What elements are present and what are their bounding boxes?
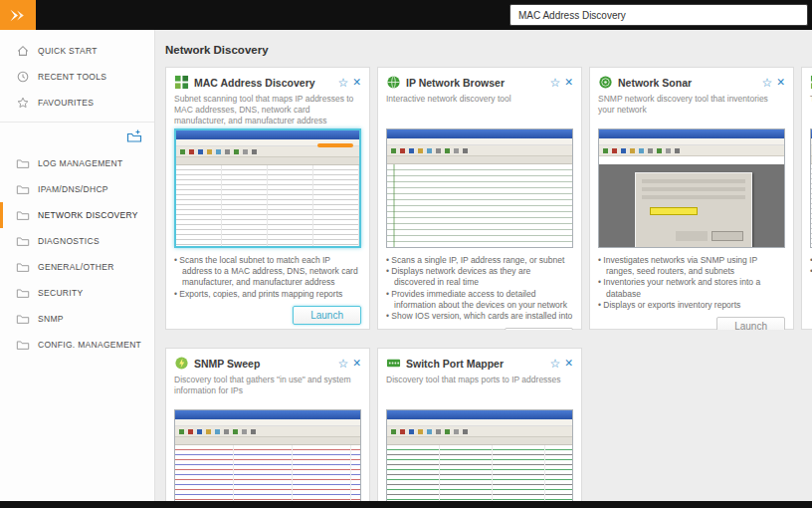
sidebar-item-label: RECENT TOOLS bbox=[38, 72, 106, 82]
sidebar-item-network-discovery[interactable]: NETWORK DISCOVERY bbox=[0, 202, 154, 228]
sidebar-item-label: FAVOURITES bbox=[38, 98, 94, 108]
bullet-item: Investigates networks via SNMP using IP … bbox=[598, 255, 785, 277]
sidebar-item-label: DIAGNOSTICS bbox=[38, 236, 100, 246]
sidebar-item-favourites[interactable]: FAVOURITES bbox=[0, 90, 154, 116]
tool-card-mac-address-discovery: MAC Address Discovery ☆ ✕ Subnet scannin… bbox=[165, 67, 370, 330]
bullet-item: Scans the local subnet to match each IP … bbox=[174, 255, 361, 289]
tool-card-partial: ☆ ✕ Too use Scan Exp deli gen Launch bbox=[801, 67, 812, 330]
tool-screenshot[interactable] bbox=[174, 409, 361, 501]
tool-description: SNMP network discovery tool that invento… bbox=[598, 94, 785, 127]
sidebar-item-label: SNMP bbox=[38, 314, 64, 324]
folder-icon bbox=[16, 260, 30, 274]
star-icon bbox=[16, 96, 30, 110]
close-icon[interactable]: ✕ bbox=[564, 77, 573, 88]
tool-title: Network Sonar bbox=[618, 77, 756, 89]
bullet-item: Show IOS version, which cards are instal… bbox=[386, 311, 573, 322]
ip-network-browser-tool-icon bbox=[386, 75, 401, 90]
sidebar-item-config-management[interactable]: CONFIG. MANAGEMENT bbox=[0, 332, 154, 358]
card-row-2: SNMP Sweep ☆ ✕ Discovery tool that gathe… bbox=[165, 348, 812, 501]
tool-description: Discovery tool that maps ports to IP add… bbox=[386, 375, 573, 407]
sidebar-item-diagnostics[interactable]: DIAGNOSTICS bbox=[0, 228, 154, 254]
card-row-1: MAC Address Discovery ☆ ✕ Subnet scannin… bbox=[165, 67, 812, 330]
add-folder-icon[interactable] bbox=[126, 128, 142, 144]
tool-screenshot[interactable] bbox=[386, 128, 573, 248]
tool-card-snmp-sweep: SNMP Sweep ☆ ✕ Discovery tool that gathe… bbox=[165, 348, 370, 501]
tool-card-switch-port-mapper: Switch Port Mapper ☆ ✕ Discovery tool th… bbox=[377, 348, 582, 501]
sidebar-item-label: CONFIG. MANAGEMENT bbox=[38, 340, 141, 350]
sidebar: QUICK START RECENT TOOLS FAVOURITES LOG … bbox=[0, 30, 155, 501]
launch-button[interactable]: Launch bbox=[293, 306, 361, 325]
sidebar-item-recent-tools[interactable]: RECENT TOOLS bbox=[0, 64, 154, 90]
favorite-star-icon[interactable]: ☆ bbox=[549, 77, 560, 89]
switch-port-mapper-tool-icon bbox=[386, 356, 401, 371]
page-title: Network Discovery bbox=[165, 44, 812, 56]
tool-screenshot[interactable] bbox=[386, 409, 573, 501]
search-input[interactable] bbox=[509, 4, 808, 26]
sidebar-divider bbox=[0, 122, 154, 123]
folder-icon bbox=[16, 338, 30, 352]
solarwinds-logo-icon bbox=[8, 7, 28, 24]
home-icon bbox=[16, 44, 30, 58]
tool-screenshot[interactable] bbox=[598, 128, 785, 248]
tool-card-network-sonar: Network Sonar ☆ ✕ SNMP network discovery… bbox=[589, 67, 794, 330]
window-bottom-edge bbox=[0, 501, 812, 508]
sidebar-item-label: SECURITY bbox=[38, 288, 83, 298]
close-icon[interactable]: ✕ bbox=[352, 358, 361, 369]
folder-icon bbox=[16, 182, 30, 196]
sidebar-item-label: QUICK START bbox=[38, 46, 98, 56]
sidebar-item-label: LOG MANAGEMENT bbox=[38, 158, 122, 168]
sidebar-item-general-other[interactable]: GENERAL/OTHER bbox=[0, 254, 154, 280]
sidebar-item-label: IPAM/DNS/DHCP bbox=[38, 184, 108, 194]
tool-title: SNMP Sweep bbox=[194, 358, 332, 370]
mac-discovery-tool-icon bbox=[174, 75, 189, 90]
top-bar bbox=[0, 0, 812, 30]
bullet-item: Displays or exports inventory reports bbox=[598, 300, 785, 311]
bullet-item: Inventories your network and stores into… bbox=[598, 277, 785, 299]
tool-description: Subnet scanning tool that maps IP addres… bbox=[174, 94, 361, 127]
folder-icon bbox=[16, 234, 30, 248]
folder-icon bbox=[16, 312, 30, 326]
feature-list: Scans a single IP, IP address range, or … bbox=[386, 255, 573, 322]
favorite-star-icon[interactable]: ☆ bbox=[337, 77, 348, 89]
snmp-sweep-tool-icon bbox=[174, 356, 189, 371]
sidebar-item-label: GENERAL/OTHER bbox=[38, 262, 114, 272]
launch-button[interactable]: Launch bbox=[716, 317, 785, 330]
launch-button[interactable]: Launch bbox=[505, 328, 573, 330]
thumbnail-dialog bbox=[635, 172, 752, 248]
folder-icon bbox=[16, 286, 30, 300]
sidebar-item-ipam-dns-dhcp[interactable]: IPAM/DNS/DHCP bbox=[0, 176, 154, 202]
favorite-star-icon[interactable]: ☆ bbox=[761, 77, 772, 89]
folder-icon bbox=[16, 208, 30, 222]
thumbnail-brand-mark bbox=[317, 143, 353, 147]
clock-icon bbox=[16, 70, 30, 84]
tool-description: Discovery tool that gathers "in use" and… bbox=[174, 375, 361, 407]
close-icon[interactable]: ✕ bbox=[352, 77, 361, 88]
close-icon[interactable]: ✕ bbox=[564, 358, 573, 369]
folder-icon bbox=[16, 156, 30, 170]
sidebar-item-label: NETWORK DISCOVERY bbox=[38, 210, 138, 220]
bullet-item: Scans a single IP, IP address range, or … bbox=[386, 255, 573, 266]
sidebar-item-log-management[interactable]: LOG MANAGEMENT bbox=[0, 150, 154, 176]
bullet-item: Displays network devices as they are dis… bbox=[386, 266, 573, 288]
sidebar-item-snmp[interactable]: SNMP bbox=[0, 306, 154, 332]
tool-screenshot[interactable] bbox=[174, 128, 361, 248]
sidebar-item-quick-start[interactable]: QUICK START bbox=[0, 38, 154, 64]
favorite-star-icon[interactable]: ☆ bbox=[337, 358, 348, 370]
feature-list: Investigates networks via SNMP using IP … bbox=[598, 255, 785, 311]
tool-description: Interactive network discovery tool bbox=[386, 94, 573, 127]
bullet-item: Provides immediate access to detailed in… bbox=[386, 289, 573, 311]
solarwinds-logo bbox=[0, 0, 36, 30]
tool-title: Switch Port Mapper bbox=[406, 358, 544, 370]
network-sonar-tool-icon bbox=[598, 75, 613, 90]
tool-title: IP Network Browser bbox=[406, 77, 544, 89]
close-icon[interactable]: ✕ bbox=[776, 77, 785, 88]
feature-list: Scans the local subnet to match each IP … bbox=[174, 255, 361, 300]
main-panel: Network Discovery MAC Address Discovery … bbox=[155, 30, 812, 501]
sidebar-item-security[interactable]: SECURITY bbox=[0, 280, 154, 306]
favorite-star-icon[interactable]: ☆ bbox=[549, 358, 560, 370]
thumbnail-highlight bbox=[650, 207, 698, 215]
tool-title: MAC Address Discovery bbox=[194, 77, 332, 89]
bullet-item: Exports, copies, and prints mapping repo… bbox=[174, 289, 361, 300]
tool-card-ip-network-browser: IP Network Browser ☆ ✕ Interactive netwo… bbox=[377, 67, 582, 330]
